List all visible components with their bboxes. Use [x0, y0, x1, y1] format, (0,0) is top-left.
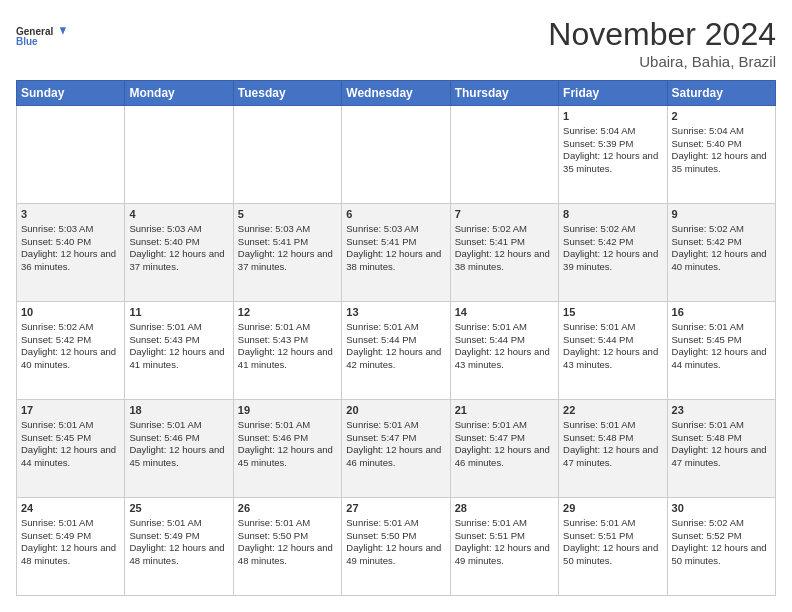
cell-content: 8 Sunrise: 5:02 AM Sunset: 5:42 PM Dayli… — [563, 207, 662, 274]
table-row: 5 Sunrise: 5:03 AM Sunset: 5:41 PM Dayli… — [233, 204, 341, 302]
daylight-text: Daylight: 12 hours and 38 minutes. — [455, 248, 550, 272]
logo: General Blue — [16, 16, 66, 56]
table-row: 4 Sunrise: 5:03 AM Sunset: 5:40 PM Dayli… — [125, 204, 233, 302]
sunrise-text: Sunrise: 5:01 AM — [346, 321, 418, 332]
page: General Blue November 2024 Ubaira, Bahia… — [0, 0, 792, 612]
day-number: 21 — [455, 403, 554, 418]
daylight-text: Daylight: 12 hours and 40 minutes. — [21, 346, 116, 370]
daylight-text: Daylight: 12 hours and 50 minutes. — [563, 542, 658, 566]
day-number: 27 — [346, 501, 445, 516]
daylight-text: Daylight: 12 hours and 37 minutes. — [129, 248, 224, 272]
table-row — [125, 106, 233, 204]
day-number: 23 — [672, 403, 771, 418]
table-row: 7 Sunrise: 5:02 AM Sunset: 5:41 PM Dayli… — [450, 204, 558, 302]
daylight-text: Daylight: 12 hours and 42 minutes. — [346, 346, 441, 370]
cell-content: 14 Sunrise: 5:01 AM Sunset: 5:44 PM Dayl… — [455, 305, 554, 372]
day-number: 19 — [238, 403, 337, 418]
col-friday: Friday — [559, 81, 667, 106]
sunrise-text: Sunrise: 5:01 AM — [238, 419, 310, 430]
sunrise-text: Sunrise: 5:03 AM — [129, 223, 201, 234]
sunset-text: Sunset: 5:44 PM — [346, 334, 416, 345]
month-title: November 2024 — [548, 16, 776, 53]
cell-content: 28 Sunrise: 5:01 AM Sunset: 5:51 PM Dayl… — [455, 501, 554, 568]
day-number: 30 — [672, 501, 771, 516]
daylight-text: Daylight: 12 hours and 44 minutes. — [672, 346, 767, 370]
daylight-text: Daylight: 12 hours and 36 minutes. — [21, 248, 116, 272]
table-row: 24 Sunrise: 5:01 AM Sunset: 5:49 PM Dayl… — [17, 498, 125, 596]
day-number: 5 — [238, 207, 337, 222]
sunrise-text: Sunrise: 5:01 AM — [563, 321, 635, 332]
sunset-text: Sunset: 5:44 PM — [455, 334, 525, 345]
sunset-text: Sunset: 5:50 PM — [238, 530, 308, 541]
day-number: 16 — [672, 305, 771, 320]
table-row: 25 Sunrise: 5:01 AM Sunset: 5:49 PM Dayl… — [125, 498, 233, 596]
cell-content: 22 Sunrise: 5:01 AM Sunset: 5:48 PM Dayl… — [563, 403, 662, 470]
table-row: 27 Sunrise: 5:01 AM Sunset: 5:50 PM Dayl… — [342, 498, 450, 596]
table-row — [17, 106, 125, 204]
sunset-text: Sunset: 5:47 PM — [346, 432, 416, 443]
sunrise-text: Sunrise: 5:04 AM — [672, 125, 744, 136]
cell-content: 19 Sunrise: 5:01 AM Sunset: 5:46 PM Dayl… — [238, 403, 337, 470]
cell-content: 9 Sunrise: 5:02 AM Sunset: 5:42 PM Dayli… — [672, 207, 771, 274]
sunset-text: Sunset: 5:49 PM — [21, 530, 91, 541]
sunset-text: Sunset: 5:46 PM — [129, 432, 199, 443]
sunset-text: Sunset: 5:46 PM — [238, 432, 308, 443]
cell-content: 17 Sunrise: 5:01 AM Sunset: 5:45 PM Dayl… — [21, 403, 120, 470]
daylight-text: Daylight: 12 hours and 49 minutes. — [346, 542, 441, 566]
daylight-text: Daylight: 12 hours and 46 minutes. — [455, 444, 550, 468]
day-number: 28 — [455, 501, 554, 516]
day-number: 8 — [563, 207, 662, 222]
sunrise-text: Sunrise: 5:01 AM — [455, 321, 527, 332]
daylight-text: Daylight: 12 hours and 49 minutes. — [455, 542, 550, 566]
daylight-text: Daylight: 12 hours and 43 minutes. — [563, 346, 658, 370]
table-row: 18 Sunrise: 5:01 AM Sunset: 5:46 PM Dayl… — [125, 400, 233, 498]
sunset-text: Sunset: 5:49 PM — [129, 530, 199, 541]
sunrise-text: Sunrise: 5:01 AM — [455, 517, 527, 528]
day-number: 18 — [129, 403, 228, 418]
daylight-text: Daylight: 12 hours and 40 minutes. — [672, 248, 767, 272]
sunset-text: Sunset: 5:41 PM — [346, 236, 416, 247]
sunset-text: Sunset: 5:41 PM — [238, 236, 308, 247]
day-number: 15 — [563, 305, 662, 320]
cell-content: 26 Sunrise: 5:01 AM Sunset: 5:50 PM Dayl… — [238, 501, 337, 568]
sunrise-text: Sunrise: 5:03 AM — [238, 223, 310, 234]
table-row: 10 Sunrise: 5:02 AM Sunset: 5:42 PM Dayl… — [17, 302, 125, 400]
calendar-week-row: 1 Sunrise: 5:04 AM Sunset: 5:39 PM Dayli… — [17, 106, 776, 204]
calendar-week-row: 24 Sunrise: 5:01 AM Sunset: 5:49 PM Dayl… — [17, 498, 776, 596]
table-row: 16 Sunrise: 5:01 AM Sunset: 5:45 PM Dayl… — [667, 302, 775, 400]
daylight-text: Daylight: 12 hours and 47 minutes. — [563, 444, 658, 468]
cell-content: 18 Sunrise: 5:01 AM Sunset: 5:46 PM Dayl… — [129, 403, 228, 470]
daylight-text: Daylight: 12 hours and 45 minutes. — [238, 444, 333, 468]
day-number: 7 — [455, 207, 554, 222]
cell-content: 7 Sunrise: 5:02 AM Sunset: 5:41 PM Dayli… — [455, 207, 554, 274]
day-number: 13 — [346, 305, 445, 320]
day-number: 17 — [21, 403, 120, 418]
table-row: 3 Sunrise: 5:03 AM Sunset: 5:40 PM Dayli… — [17, 204, 125, 302]
calendar-table: Sunday Monday Tuesday Wednesday Thursday… — [16, 80, 776, 596]
cell-content: 3 Sunrise: 5:03 AM Sunset: 5:40 PM Dayli… — [21, 207, 120, 274]
sunrise-text: Sunrise: 5:01 AM — [346, 419, 418, 430]
table-row: 19 Sunrise: 5:01 AM Sunset: 5:46 PM Dayl… — [233, 400, 341, 498]
sunrise-text: Sunrise: 5:03 AM — [346, 223, 418, 234]
calendar-header-row: Sunday Monday Tuesday Wednesday Thursday… — [17, 81, 776, 106]
table-row: 23 Sunrise: 5:01 AM Sunset: 5:48 PM Dayl… — [667, 400, 775, 498]
daylight-text: Daylight: 12 hours and 48 minutes. — [21, 542, 116, 566]
sunset-text: Sunset: 5:41 PM — [455, 236, 525, 247]
cell-content: 30 Sunrise: 5:02 AM Sunset: 5:52 PM Dayl… — [672, 501, 771, 568]
daylight-text: Daylight: 12 hours and 37 minutes. — [238, 248, 333, 272]
day-number: 25 — [129, 501, 228, 516]
table-row: 29 Sunrise: 5:01 AM Sunset: 5:51 PM Dayl… — [559, 498, 667, 596]
table-row: 12 Sunrise: 5:01 AM Sunset: 5:43 PM Dayl… — [233, 302, 341, 400]
sunset-text: Sunset: 5:48 PM — [672, 432, 742, 443]
day-number: 11 — [129, 305, 228, 320]
day-number: 9 — [672, 207, 771, 222]
daylight-text: Daylight: 12 hours and 47 minutes. — [672, 444, 767, 468]
sunrise-text: Sunrise: 5:01 AM — [129, 321, 201, 332]
cell-content: 25 Sunrise: 5:01 AM Sunset: 5:49 PM Dayl… — [129, 501, 228, 568]
cell-content: 12 Sunrise: 5:01 AM Sunset: 5:43 PM Dayl… — [238, 305, 337, 372]
cell-content: 1 Sunrise: 5:04 AM Sunset: 5:39 PM Dayli… — [563, 109, 662, 176]
sunrise-text: Sunrise: 5:01 AM — [563, 517, 635, 528]
day-number: 6 — [346, 207, 445, 222]
table-row — [450, 106, 558, 204]
cell-content: 20 Sunrise: 5:01 AM Sunset: 5:47 PM Dayl… — [346, 403, 445, 470]
